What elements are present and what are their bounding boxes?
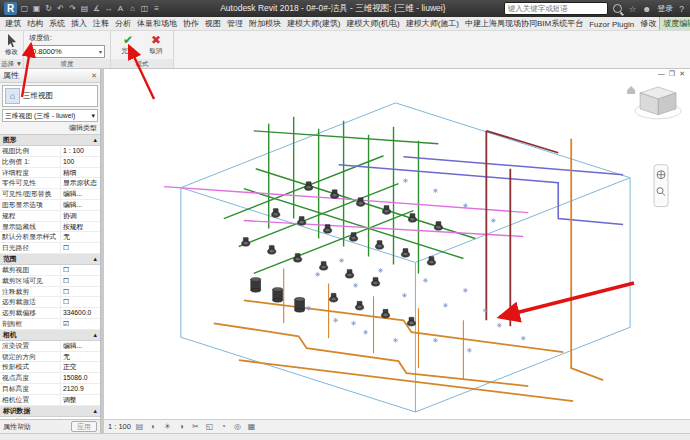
property-row[interactable]: 裁剪视图☐ bbox=[0, 265, 100, 276]
tab-modeling-master-mep[interactable]: 建模大师(机电) bbox=[343, 17, 402, 30]
view-cube[interactable] bbox=[627, 86, 681, 119]
select-panel-caption[interactable]: 选择 ▼ bbox=[0, 59, 23, 68]
modify-label: 修改 bbox=[5, 48, 18, 57]
search-input[interactable] bbox=[504, 2, 608, 15]
tab-modeling-master-arch[interactable]: 建模大师(建筑) bbox=[284, 17, 343, 30]
property-row[interactable]: 注释裁剪☐ bbox=[0, 287, 100, 298]
sync-icon[interactable]: ↻ bbox=[43, 4, 54, 13]
print-icon[interactable]: ▤ bbox=[79, 4, 90, 13]
detail-level-icon[interactable]: ▤ bbox=[134, 422, 145, 431]
view-scale-button[interactable]: 1 : 100 bbox=[108, 422, 131, 431]
property-row[interactable]: 比例值 1:100 bbox=[0, 157, 100, 168]
finish-button[interactable]: ✔ 完成 bbox=[116, 34, 140, 56]
property-row[interactable]: 详细程度精细 bbox=[0, 168, 100, 179]
tab-manage[interactable]: 管理 bbox=[224, 17, 246, 30]
tab-annotate[interactable]: 注释 bbox=[90, 17, 112, 30]
tab-insert[interactable]: 插入 bbox=[68, 17, 90, 30]
property-row[interactable]: 远剪裁激活☐ bbox=[0, 297, 100, 308]
tank-fixtures[interactable] bbox=[251, 277, 305, 312]
temporary-hide-icon[interactable]: ◔ bbox=[218, 422, 229, 431]
property-row[interactable]: 默认分析显示样式无 bbox=[0, 232, 100, 243]
tab-view[interactable]: 视图 bbox=[202, 17, 224, 30]
tab-addins[interactable]: 附加模块 bbox=[246, 17, 284, 30]
properties-help-link[interactable]: 属性帮助 bbox=[3, 422, 31, 432]
revit-app-button[interactable]: R bbox=[4, 2, 17, 15]
edit-type-button[interactable]: 编辑类型 bbox=[69, 123, 97, 133]
cancel-button[interactable]: ✖ 取消 bbox=[144, 34, 168, 56]
reveal-hidden-icon[interactable]: ◎ bbox=[232, 422, 243, 431]
tab-modify[interactable]: 修改 bbox=[637, 17, 659, 30]
maroon-pipes[interactable] bbox=[486, 131, 558, 326]
dimension-icon[interactable]: ↔ bbox=[103, 4, 114, 13]
shadows-icon[interactable]: ◑ bbox=[176, 422, 187, 431]
tab-architecture[interactable]: 建筑 bbox=[2, 17, 24, 30]
cursor-icon bbox=[5, 33, 18, 48]
tab-fuzor-plugin[interactable]: Fuzor Plugin bbox=[586, 19, 637, 30]
save-icon[interactable]: ▣ bbox=[31, 4, 42, 13]
text-icon[interactable]: A bbox=[115, 4, 126, 13]
model-view[interactable] bbox=[104, 69, 690, 420]
green-pipes[interactable] bbox=[224, 117, 476, 274]
close-icon[interactable]: ✕ bbox=[679, 70, 685, 78]
open-icon[interactable]: ▢ bbox=[19, 4, 30, 13]
type-selector-value: 三维视图 (三维 - liuwei) bbox=[5, 111, 75, 121]
tab-structure[interactable]: 结构 bbox=[24, 17, 46, 30]
collapse-icon[interactable]: ▴ bbox=[94, 330, 97, 340]
property-row[interactable]: 视图比例1 : 100 bbox=[0, 146, 100, 157]
property-row[interactable]: 显示隐藏线按规程 bbox=[0, 222, 100, 233]
type-selector[interactable]: 三维视图 (三维 - liuwei) ▾ bbox=[2, 109, 98, 122]
drawing-area[interactable]: — ❐ ✕ bbox=[104, 69, 690, 433]
collapse-icon[interactable]: ▴ bbox=[94, 406, 97, 416]
undo-icon[interactable]: ↶ bbox=[55, 4, 66, 13]
property-row[interactable]: 零件可见性显示原状态 bbox=[0, 178, 100, 189]
section-box-icon[interactable]: ▦ bbox=[246, 422, 257, 431]
close-icon[interactable]: ✕ bbox=[91, 72, 97, 80]
property-row[interactable]: 日光路径☐ bbox=[0, 243, 100, 254]
redo-icon[interactable]: ↷ bbox=[67, 4, 78, 13]
collapse-icon[interactable]: ▴ bbox=[94, 254, 97, 264]
tab-modeling-master-constr[interactable]: 建模大师(施工) bbox=[403, 17, 462, 30]
tab-slope-editor[interactable]: 坡度编辑器 bbox=[659, 17, 690, 30]
favorites-icon[interactable]: ☆ bbox=[627, 4, 639, 14]
collapse-icon[interactable]: ▴ bbox=[94, 135, 97, 145]
magenta-pipes[interactable] bbox=[164, 187, 528, 237]
tab-massing-site[interactable]: 体量和场地 bbox=[134, 17, 180, 30]
tab-collaborate[interactable]: 协作 bbox=[180, 17, 202, 30]
type-preview[interactable]: ⌂ 三维视图 bbox=[2, 85, 98, 107]
restore-icon[interactable]: ❐ bbox=[669, 70, 675, 78]
sun-path-icon[interactable]: ☀ bbox=[162, 422, 173, 431]
status-bar bbox=[0, 433, 690, 440]
crop-view-icon[interactable]: ✂ bbox=[190, 422, 201, 431]
show-crop-icon[interactable]: ◱ bbox=[204, 422, 215, 431]
property-row[interactable]: 可见性/图形替换编辑... bbox=[0, 189, 100, 200]
thin-lines-icon[interactable]: ≡ bbox=[151, 4, 162, 13]
minimize-icon[interactable]: — bbox=[658, 70, 665, 78]
section-icon[interactable]: ◫ bbox=[139, 4, 150, 13]
slope-value-select[interactable]: 0.8000% ▾ bbox=[29, 45, 105, 58]
measure-icon[interactable]: ∡ bbox=[91, 4, 102, 13]
search-icon[interactable] bbox=[613, 4, 622, 13]
modify-button[interactable]: 修改 bbox=[5, 33, 18, 57]
property-row[interactable]: 目标高度2120.9 bbox=[0, 384, 100, 395]
tab-bim-platform[interactable]: 中建上海局现场协同BIM系统平台 bbox=[462, 17, 586, 30]
orange-drain-pipes[interactable] bbox=[214, 139, 603, 401]
tab-systems[interactable]: 系统 bbox=[46, 17, 68, 30]
help-icon[interactable]: ? bbox=[677, 4, 686, 14]
property-row[interactable]: 投影模式正交 bbox=[0, 362, 100, 373]
property-row[interactable]: 渲染设置编辑... bbox=[0, 341, 100, 352]
navigation-bar[interactable] bbox=[654, 165, 668, 207]
tab-analyze[interactable]: 分析 bbox=[112, 17, 134, 30]
property-row[interactable]: 相机位置调整 bbox=[0, 395, 100, 406]
cancel-x-icon: ✖ bbox=[151, 34, 161, 47]
property-row[interactable]: 图形显示选项编辑... bbox=[0, 200, 100, 211]
signin-button[interactable]: 登录 bbox=[655, 3, 675, 14]
property-row[interactable]: 远剪裁偏移334600.0 bbox=[0, 308, 100, 319]
default-3d-view-icon[interactable]: ⌂ bbox=[127, 4, 138, 13]
property-row[interactable]: 规程协调 bbox=[0, 211, 100, 222]
property-row[interactable]: 裁剪区域可见☐ bbox=[0, 276, 100, 287]
property-row[interactable]: 视点高度15086.0 bbox=[0, 373, 100, 384]
property-row[interactable]: 锁定的方向无 bbox=[0, 352, 100, 363]
visual-style-icon[interactable]: ◐ bbox=[148, 422, 159, 431]
apply-button[interactable]: 应用 bbox=[71, 421, 97, 432]
property-row[interactable]: 剖面框☑ bbox=[0, 319, 100, 330]
